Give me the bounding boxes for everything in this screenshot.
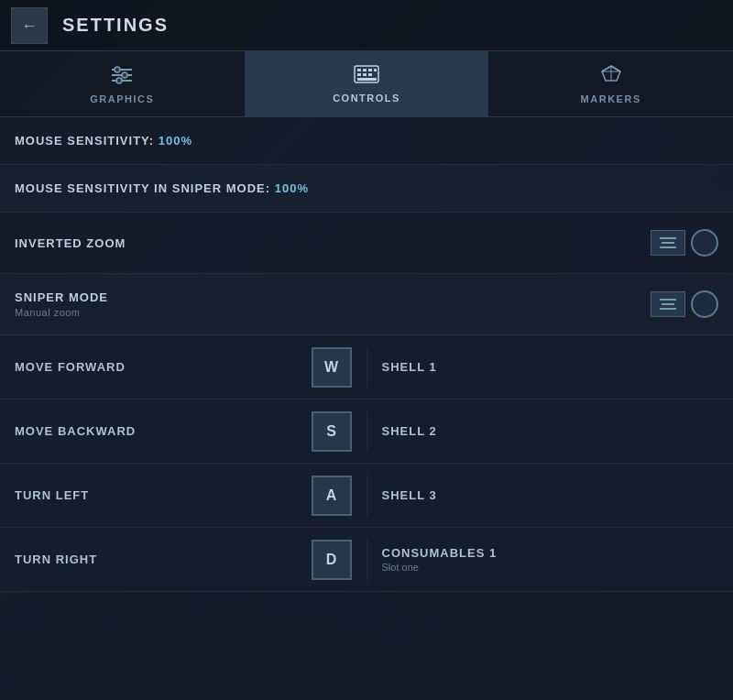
shell3-label: SHELL 3 — [382, 488, 719, 502]
sniper-toggle-circle — [691, 290, 718, 318]
mouse-sensitivity-label: MOUSE SENSITIVITY: 100% — [15, 134, 192, 148]
keybind-right-1: SHELL 2 — [367, 424, 734, 438]
inverted-zoom-toggle[interactable] — [651, 229, 718, 257]
inverted-zoom-row[interactable]: INVERTED ZOOM — [0, 213, 733, 274]
keybind-left-0: MOVE FORWARD W — [0, 347, 367, 388]
keybind-right-0: SHELL 1 — [367, 360, 734, 374]
keybind-right-3: CONSUMABLES 1 Slot one — [367, 546, 734, 573]
back-button[interactable]: ← — [11, 7, 48, 44]
keybind-row-3: TURN RIGHT D CONSUMABLES 1 Slot one — [0, 528, 733, 592]
turn-left-key[interactable]: A — [312, 476, 352, 516]
tab-controls-label: CONTROLS — [333, 93, 400, 104]
sniper-toggle-lines-icon — [651, 291, 685, 317]
sniper-mode-toggle[interactable] — [651, 290, 718, 318]
header: ← SETTINGS — [0, 0, 733, 51]
markers-icon — [598, 64, 624, 90]
keybind-left-3: TURN RIGHT D — [0, 540, 367, 580]
svg-rect-14 — [357, 78, 377, 81]
keybind-row-2: TURN LEFT A SHELL 3 — [0, 464, 733, 528]
mouse-sensitivity-row[interactable]: MOUSE SENSITIVITY: 100% — [0, 117, 733, 165]
tab-bar: GRAPHICS CONTROLS — [0, 51, 733, 117]
controls-icon — [354, 65, 379, 89]
tab-markers-label: MARKERS — [581, 93, 641, 104]
settings-content: MOUSE SENSITIVITY: 100% MOUSE SENSITIVIT… — [0, 117, 733, 700]
svg-rect-7 — [357, 69, 361, 71]
mouse-sensitivity-sniper-row[interactable]: MOUSE SENSITIVITY IN SNIPER MODE: 100% — [0, 165, 733, 213]
move-forward-label: MOVE FORWARD — [15, 360, 312, 374]
keybind-right-2: SHELL 3 — [367, 488, 734, 502]
shell1-label: SHELL 1 — [382, 360, 719, 374]
page-title: SETTINGS — [62, 15, 169, 36]
turn-left-label: TURN LEFT — [15, 488, 312, 502]
svg-rect-12 — [363, 73, 366, 76]
mouse-sensitivity-sniper-label: MOUSE SENSITIVITY IN SNIPER MODE: 100% — [15, 181, 309, 195]
toggle-lines-icon — [651, 230, 685, 256]
svg-rect-10 — [374, 69, 377, 71]
keybind-row-1: MOVE BACKWARD S SHELL 2 — [0, 399, 733, 464]
tab-graphics[interactable]: GRAPHICS — [0, 51, 245, 116]
keybind-left-2: TURN LEFT A — [0, 476, 367, 516]
toggle-circle — [691, 229, 718, 257]
shell2-group: SHELL 2 — [382, 424, 719, 438]
graphics-icon — [110, 64, 134, 90]
turn-right-key[interactable]: D — [312, 540, 352, 580]
svg-point-4 — [122, 72, 127, 78]
svg-rect-8 — [363, 69, 366, 71]
sniper-mode-sublabel: Manual zoom — [15, 307, 108, 318]
svg-point-3 — [115, 67, 120, 72]
tab-graphics-label: GRAPHICS — [90, 93, 154, 104]
turn-right-label: TURN RIGHT — [15, 552, 312, 566]
svg-point-5 — [116, 78, 122, 83]
move-backward-key[interactable]: S — [312, 411, 352, 452]
keybind-left-1: MOVE BACKWARD S — [0, 411, 367, 452]
tab-markers[interactable]: MARKERS — [488, 51, 733, 116]
consumables1-group: CONSUMABLES 1 Slot one — [382, 546, 719, 573]
move-forward-key[interactable]: W — [312, 347, 352, 388]
shell1-group: SHELL 1 — [382, 360, 719, 374]
shell3-group: SHELL 3 — [382, 488, 719, 502]
svg-rect-13 — [368, 73, 372, 76]
consumables1-sublabel: Slot one — [382, 562, 719, 573]
consumables1-label: CONSUMABLES 1 — [382, 546, 719, 560]
move-backward-label: MOVE BACKWARD — [15, 424, 312, 438]
sniper-mode-row[interactable]: SNIPER MODE Manual zoom — [0, 274, 733, 335]
shell2-label: SHELL 2 — [382, 424, 719, 438]
sniper-mode-label-group: SNIPER MODE Manual zoom — [15, 290, 108, 318]
keybind-row-0: MOVE FORWARD W SHELL 1 — [0, 335, 733, 399]
inverted-zoom-label: INVERTED ZOOM — [15, 236, 126, 250]
tab-controls[interactable]: CONTROLS — [245, 51, 489, 116]
svg-rect-9 — [368, 69, 372, 71]
svg-rect-11 — [357, 73, 361, 76]
keybind-section: MOVE FORWARD W SHELL 1 MOVE BACKWARD S — [0, 335, 733, 592]
sniper-mode-label: SNIPER MODE — [15, 290, 108, 304]
back-arrow-icon: ← — [21, 17, 38, 34]
